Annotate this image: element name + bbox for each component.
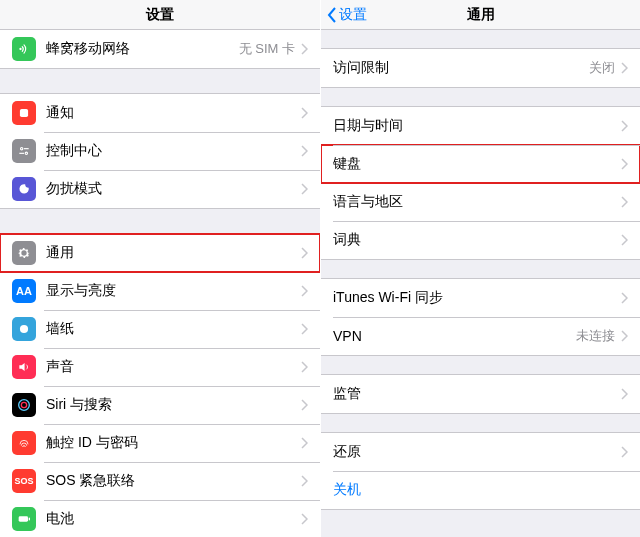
chevron-left-icon [327, 7, 337, 23]
chevron-right-icon [621, 62, 628, 74]
row-wallpaper[interactable]: 墙纸 [0, 310, 320, 348]
row-label: 关机 [333, 481, 628, 499]
row-label: 监管 [333, 385, 621, 403]
wallpaper-icon [12, 317, 36, 341]
row-sound[interactable]: 声音 [0, 348, 320, 386]
svg-point-2 [21, 148, 23, 150]
row-supervision[interactable]: 监管 [321, 375, 640, 413]
chevron-right-icon [621, 330, 628, 342]
row-restrictions[interactable]: 访问限制 关闭 [321, 49, 640, 87]
row-shutdown[interactable]: 关机 [321, 471, 640, 509]
chevron-right-icon [301, 323, 308, 335]
display-icon: AA [12, 279, 36, 303]
chevron-right-icon [301, 43, 308, 55]
chevron-right-icon [301, 285, 308, 297]
sos-icon: SOS [12, 469, 36, 493]
chevron-right-icon [621, 388, 628, 400]
row-value: 未连接 [576, 327, 615, 345]
row-label: 通知 [46, 104, 301, 122]
row-siri[interactable]: Siri 与搜索 [0, 386, 320, 424]
chevron-right-icon [301, 183, 308, 195]
svg-point-6 [20, 325, 28, 333]
row-dictionary[interactable]: 词典 [321, 221, 640, 259]
back-label: 设置 [339, 6, 367, 24]
siri-icon [12, 393, 36, 417]
svg-point-8 [21, 402, 26, 407]
cellular-icon [12, 37, 36, 61]
chevron-right-icon [301, 475, 308, 487]
row-label: 触控 ID 与密码 [46, 434, 301, 452]
row-label: 勿扰模式 [46, 180, 301, 198]
chevron-right-icon [301, 247, 308, 259]
row-itunes-wifi[interactable]: iTunes Wi-Fi 同步 [321, 279, 640, 317]
row-label: 声音 [46, 358, 301, 376]
row-label: 还原 [333, 443, 621, 461]
row-label: 日期与时间 [333, 117, 621, 135]
back-button[interactable]: 设置 [327, 0, 367, 29]
row-label: 控制中心 [46, 142, 301, 160]
svg-point-7 [19, 400, 30, 411]
svg-point-4 [25, 152, 27, 154]
row-label: Siri 与搜索 [46, 396, 301, 414]
row-dnd[interactable]: 勿扰模式 [0, 170, 320, 208]
nav-title: 设置 [146, 6, 174, 24]
row-datetime[interactable]: 日期与时间 [321, 107, 640, 145]
row-label: 蜂窝移动网络 [46, 40, 239, 58]
chevron-right-icon [301, 437, 308, 449]
svg-rect-10 [29, 518, 30, 521]
notifications-icon [12, 101, 36, 125]
row-language[interactable]: 语言与地区 [321, 183, 640, 221]
row-vpn[interactable]: VPN 未连接 [321, 317, 640, 355]
svg-rect-1 [20, 109, 28, 117]
row-label: 显示与亮度 [46, 282, 301, 300]
chevron-right-icon [621, 158, 628, 170]
chevron-right-icon [621, 292, 628, 304]
row-value: 关闭 [589, 59, 615, 77]
nav-title: 通用 [467, 6, 495, 24]
row-touchid[interactable]: 触控 ID 与密码 [0, 424, 320, 462]
row-general[interactable]: 通用 [0, 234, 320, 272]
svg-rect-9 [19, 516, 28, 521]
row-label: 键盘 [333, 155, 621, 173]
row-label: 语言与地区 [333, 193, 621, 211]
navbar: 设置 通用 [321, 0, 640, 30]
dnd-icon [12, 177, 36, 201]
row-cellular[interactable]: 蜂窝移动网络 无 SIM 卡 [0, 30, 320, 68]
settings-screen: 设置 蜂窝移动网络 无 SIM 卡 通知 [0, 0, 320, 537]
row-sos[interactable]: SOS SOS 紧急联络 [0, 462, 320, 500]
row-value: 无 SIM 卡 [239, 40, 295, 58]
chevron-right-icon [301, 145, 308, 157]
chevron-right-icon [621, 234, 628, 246]
row-notifications[interactable]: 通知 [0, 94, 320, 132]
row-label: iTunes Wi-Fi 同步 [333, 289, 621, 307]
row-label: 词典 [333, 231, 621, 249]
control-center-icon [12, 139, 36, 163]
general-list[interactable]: 访问限制 关闭 日期与时间 键盘 语言与地区 词典 [321, 30, 640, 537]
battery-icon [12, 507, 36, 531]
chevron-right-icon [621, 196, 628, 208]
row-label: 访问限制 [333, 59, 589, 77]
row-label: 电池 [46, 510, 301, 528]
row-label: VPN [333, 328, 576, 344]
chevron-right-icon [621, 446, 628, 458]
row-label: SOS 紧急联络 [46, 472, 301, 490]
sound-icon [12, 355, 36, 379]
chevron-right-icon [301, 513, 308, 525]
chevron-right-icon [301, 361, 308, 373]
row-control-center[interactable]: 控制中心 [0, 132, 320, 170]
row-battery[interactable]: 电池 [0, 500, 320, 537]
settings-list[interactable]: 蜂窝移动网络 无 SIM 卡 通知 控制中心 [0, 30, 320, 537]
row-keyboard[interactable]: 键盘 [321, 145, 640, 183]
row-display[interactable]: AA 显示与亮度 [0, 272, 320, 310]
general-icon [12, 241, 36, 265]
navbar: 设置 [0, 0, 320, 30]
svg-point-0 [19, 48, 21, 50]
chevron-right-icon [621, 120, 628, 132]
row-label: 通用 [46, 244, 301, 262]
touchid-icon [12, 431, 36, 455]
chevron-right-icon [301, 107, 308, 119]
chevron-right-icon [301, 399, 308, 411]
row-label: 墙纸 [46, 320, 301, 338]
row-reset[interactable]: 还原 [321, 433, 640, 471]
general-screen: 设置 通用 访问限制 关闭 日期与时间 键盘 语言与地区 [320, 0, 640, 537]
